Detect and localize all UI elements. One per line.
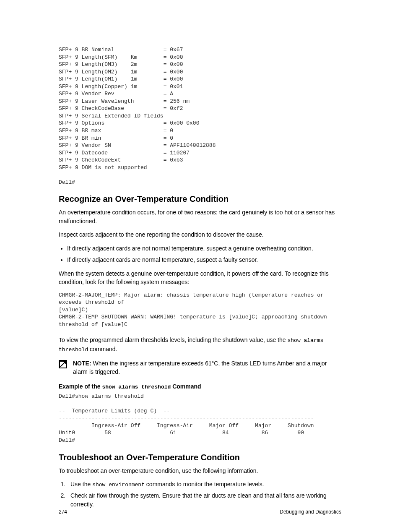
inline-code-example: show alarms threshold xyxy=(102,384,171,390)
footer-section-title: Debugging and Diagnostics xyxy=(280,509,341,515)
section-heading-recognize: Recognize an Over-Temperature Condition xyxy=(59,194,341,204)
page-footer: 274 Debugging and Diagnostics xyxy=(59,509,341,515)
text-run: Use the xyxy=(70,481,92,488)
text-run: Command xyxy=(171,383,201,390)
note-label: NOTE: xyxy=(73,360,91,367)
para-system-detects: When the system detects a genuine over-t… xyxy=(59,269,341,287)
text-run: Example of the xyxy=(59,383,102,390)
note-icon xyxy=(59,360,67,368)
text-run: command. xyxy=(88,346,117,352)
para-inspect: Inspect cards adjacent to the one report… xyxy=(59,230,341,239)
section-heading-troubleshoot: Troubleshoot an Over-Temperature Conditi… xyxy=(59,453,341,462)
page-number: 274 xyxy=(59,509,67,515)
inline-code-show-env: show environment xyxy=(92,482,145,488)
example-label: Example of the show alarms threshold Com… xyxy=(59,383,341,390)
note-text: NOTE: When the ingress air temperature e… xyxy=(73,359,341,376)
document-page: SFP+ 9 BR Nominal = 0x67 SFP+ 9 Length(S… xyxy=(0,0,400,532)
para-troubleshoot-intro: To troubleshoot an over-temperature cond… xyxy=(59,467,341,475)
text-run: To view the programmed alarm thresholds … xyxy=(59,336,288,343)
bullet-item: If directly adjacent cards are normal te… xyxy=(67,255,341,264)
sfp-output-block: SFP+ 9 BR Nominal = 0x67 SFP+ 9 Length(S… xyxy=(59,46,341,186)
step-item: Use the show environment commands to mon… xyxy=(67,480,341,489)
steps-list: Use the show environment commands to mon… xyxy=(59,480,341,509)
note-body: When the ingress air temperature exceeds… xyxy=(73,360,327,375)
text-run: commands to monitor the temperature leve… xyxy=(145,481,264,488)
para-recognize-intro: An overtemperature condition occurs, for… xyxy=(59,208,341,225)
bullet-list-conditions: If directly adjacent cards are not norma… xyxy=(59,244,341,264)
para-view-thresholds: To view the programmed alarm thresholds … xyxy=(59,336,341,354)
step-item: Check air flow through the system. Ensur… xyxy=(67,491,341,509)
system-messages-block: CHMGR-2-MAJOR_TEMP: Major alarm: chassis… xyxy=(59,292,341,329)
example-output-block: Dell#show alarms threshold -- Temperatur… xyxy=(59,393,341,444)
note-block: NOTE: When the ingress air temperature e… xyxy=(59,359,341,376)
bullet-item: If directly adjacent cards are not norma… xyxy=(67,244,341,253)
